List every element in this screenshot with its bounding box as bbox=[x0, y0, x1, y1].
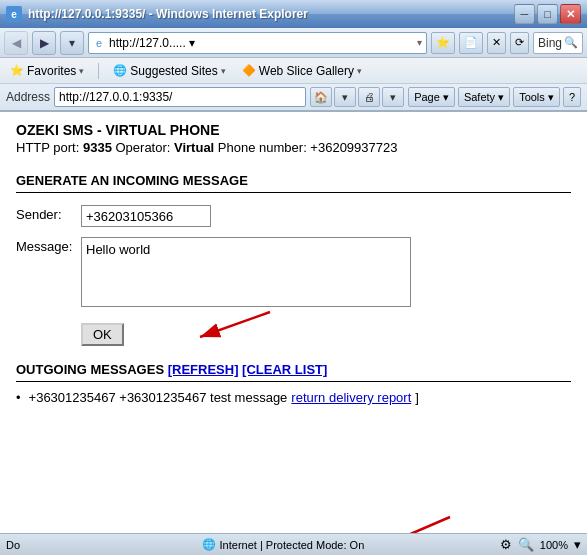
status-right: ⚙ 🔍 100% ▾ bbox=[500, 537, 581, 552]
sender-label: Sender: bbox=[16, 205, 81, 222]
title-bar: e http://127.0.0.1:9335/ - Windows Inter… bbox=[0, 0, 587, 28]
status-gear-icon: ⚙ bbox=[500, 537, 512, 552]
clear-link[interactable]: [CLEAR LIST] bbox=[242, 362, 327, 377]
zone-text: Internet | Protected Mode: On bbox=[220, 539, 365, 551]
star-icon: ⭐ bbox=[10, 64, 24, 77]
message-label: Message: bbox=[16, 237, 81, 254]
refresh-link[interactable]: [REFRESH] bbox=[168, 362, 239, 377]
addr-dropdown-btn[interactable]: ▾ bbox=[334, 87, 356, 107]
webslice-label: Web Slice Gallery bbox=[259, 64, 354, 78]
maximize-button[interactable]: □ bbox=[537, 4, 558, 24]
favorites-button[interactable]: ⭐ Favorites ▾ bbox=[6, 62, 88, 80]
ie-logo-icon: e bbox=[6, 6, 22, 22]
address-display[interactable]: http://127.0..... ▾ bbox=[109, 36, 415, 50]
page-menu-label: Page ▾ bbox=[414, 91, 449, 104]
stop-button[interactable]: ✕ bbox=[487, 32, 506, 54]
bing-search-icon[interactable]: 🔍 bbox=[564, 36, 578, 49]
status-do-text: Do bbox=[6, 539, 66, 551]
address-value: http://127.0.0.1:9335/ bbox=[59, 90, 172, 104]
toolbar-separator bbox=[98, 63, 99, 79]
help-label: ? bbox=[569, 91, 575, 103]
message-textarea[interactable]: Hello world bbox=[81, 237, 411, 307]
address-favicon-icon: e bbox=[91, 35, 107, 51]
webslice-dropdown-icon: ▾ bbox=[357, 66, 362, 76]
favorites-dropdown-icon: ▾ bbox=[79, 66, 84, 76]
favorites-label: Favorites bbox=[27, 64, 76, 78]
add-to-favorites-button[interactable]: ⭐ bbox=[431, 32, 455, 54]
status-bar: Do 🌐 Internet | Protected Mode: On ⚙ 🔍 1… bbox=[0, 533, 587, 555]
close-button[interactable]: ✕ bbox=[560, 4, 581, 24]
print-button[interactable]: 🖨 bbox=[358, 87, 380, 107]
forward-button[interactable]: ▶ bbox=[32, 31, 56, 55]
bullet-icon: • bbox=[16, 390, 21, 405]
outgoing-label: OUTGOING MESSAGES bbox=[16, 362, 164, 377]
http-port: 9335 bbox=[83, 140, 112, 155]
favorites-toolbar: ⭐ Favorites ▾ 🌐 Suggested Sites ▾ 🔶 Web … bbox=[0, 58, 587, 84]
dropdown-button[interactable]: ▾ bbox=[60, 31, 84, 55]
message-scrollbar-wrap: Hello world bbox=[81, 237, 411, 307]
address-field[interactable]: http://127.0.0.1:9335/ bbox=[54, 87, 306, 107]
suggested-sites-button[interactable]: 🌐 Suggested Sites ▾ bbox=[109, 62, 229, 80]
ok-spacer bbox=[16, 317, 81, 319]
sender-input[interactable] bbox=[81, 205, 211, 227]
help-button[interactable]: ? bbox=[563, 87, 581, 107]
zoom-level: 100% bbox=[540, 539, 568, 551]
outgoing-section-title: OUTGOING MESSAGES [REFRESH] [CLEAR LIST] bbox=[16, 362, 571, 382]
webslice-button[interactable]: 🔶 Web Slice Gallery ▾ bbox=[238, 62, 366, 80]
back-button[interactable]: ◀ bbox=[4, 31, 28, 55]
suggested-label: Suggested Sites bbox=[130, 64, 217, 78]
print-dropdown-btn[interactable]: ▾ bbox=[382, 87, 404, 107]
title-bar-buttons: ─ □ ✕ bbox=[514, 4, 581, 24]
ok-button[interactable]: OK bbox=[81, 323, 124, 346]
subtitle-prefix: HTTP port: bbox=[16, 140, 83, 155]
zoom-dropdown-icon[interactable]: ▾ bbox=[574, 537, 581, 552]
subtitle-middle: Operator: bbox=[112, 140, 174, 155]
title-bar-text: http://127.0.0.1:9335/ - Windows Interne… bbox=[28, 7, 308, 21]
address-dropdown-icon[interactable]: ▾ bbox=[415, 37, 424, 48]
message-row: Message: Hello world bbox=[16, 237, 571, 307]
outgoing-message-text: +36301235467 +36301235467 test message bbox=[29, 390, 288, 405]
zoom-icon: 🔍 bbox=[518, 537, 534, 552]
incoming-section-title: GENERATE AN INCOMING MESSAGE bbox=[16, 173, 571, 193]
page-title: OZEKI SMS - VIRTUAL PHONE bbox=[16, 122, 571, 138]
ok-row: OK bbox=[16, 317, 571, 346]
title-bar-left: e http://127.0.0.1:9335/ - Windows Inter… bbox=[6, 6, 308, 22]
suggested-icon: 🌐 bbox=[113, 64, 127, 77]
globe-icon: 🌐 bbox=[202, 538, 216, 551]
webslice-icon: 🔶 bbox=[242, 64, 256, 77]
tools-menu-button[interactable]: Tools ▾ bbox=[513, 87, 560, 107]
home-button[interactable]: 🏠 bbox=[310, 87, 332, 107]
outgoing-section: OUTGOING MESSAGES [REFRESH] [CLEAR LIST]… bbox=[16, 362, 571, 405]
address-action-buttons: 🏠 ▾ 🖨 ▾ bbox=[310, 87, 404, 107]
tools-menu-label: Tools ▾ bbox=[519, 91, 554, 104]
address-bar-wrap: e http://127.0..... ▾ ▾ bbox=[88, 32, 427, 54]
page-subtitle: HTTP port: 9335 Operator: Virtual Phone … bbox=[16, 140, 571, 155]
subtitle-end: Phone number: +36209937723 bbox=[214, 140, 397, 155]
operator: Virtual bbox=[174, 140, 214, 155]
toolbar3-right: Page ▾ Safety ▾ Tools ▾ ? bbox=[408, 87, 581, 107]
outgoing-message-item: • +36301235467 +36301235467 test message… bbox=[16, 390, 571, 405]
minimize-button[interactable]: ─ bbox=[514, 4, 535, 24]
status-zone: 🌐 Internet | Protected Mode: On bbox=[74, 538, 492, 551]
rss-button[interactable]: 📄 bbox=[459, 32, 483, 54]
bing-search-bar: Bing 🔍 bbox=[533, 32, 583, 54]
bing-label: Bing bbox=[538, 36, 562, 50]
page-menu-button[interactable]: Page ▾ bbox=[408, 87, 455, 107]
sender-row: Sender: bbox=[16, 205, 571, 227]
refresh-button[interactable]: ⟳ bbox=[510, 32, 529, 54]
address-toolbar: Address http://127.0.0.1:9335/ 🏠 ▾ 🖨 ▾ P… bbox=[0, 84, 587, 112]
return-delivery-link[interactable]: return delivery report bbox=[291, 390, 411, 405]
address-label: Address bbox=[6, 90, 50, 104]
close-bracket: ] bbox=[415, 390, 419, 405]
suggested-dropdown-icon: ▾ bbox=[221, 66, 226, 76]
main-content: OZEKI SMS - VIRTUAL PHONE HTTP port: 933… bbox=[0, 112, 587, 492]
safety-menu-label: Safety ▾ bbox=[464, 91, 504, 104]
navigation-toolbar: ◀ ▶ ▾ e http://127.0..... ▾ ▾ ⭐ 📄 ✕ ⟳ Bi… bbox=[0, 28, 587, 58]
safety-menu-button[interactable]: Safety ▾ bbox=[458, 87, 510, 107]
